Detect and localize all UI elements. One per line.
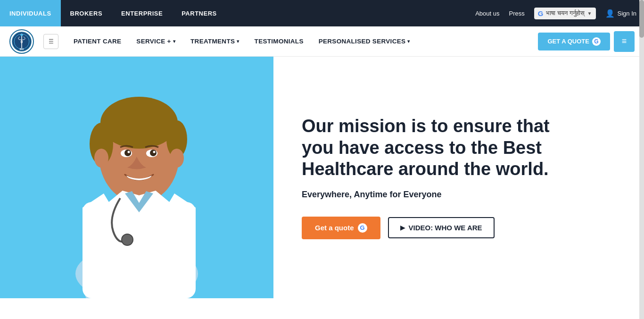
scrollbar[interactable] (639, 0, 644, 298)
hero-get-quote-label: Get a quote (315, 224, 354, 232)
hero-buttons: Get a quote G ▶ VIDEO: WHO WE ARE (302, 217, 616, 239)
svg-point-19 (128, 151, 130, 153)
hero-content: Our mission is to ensure that you have a… (273, 57, 644, 298)
google-g-icon: G (538, 9, 544, 17)
video-play-icon: ▶ (400, 224, 405, 231)
language-text: भाषा चयन गर्नुहोस् (546, 9, 584, 17)
top-nav-right: About us Press G भाषा चयन गर्नुहोस् ▼ 👤 … (475, 0, 644, 26)
svg-point-18 (150, 150, 157, 156)
nav-item-enterprise[interactable]: ENTERPRISE (112, 0, 172, 26)
logo-area[interactable]: IMA (9, 29, 34, 54)
hero-image-area (0, 57, 273, 298)
logo: IMA (9, 29, 34, 54)
svg-point-20 (153, 151, 156, 153)
hero-headline: Our mission is to ensure that you have a… (302, 116, 575, 180)
sign-in-button[interactable]: 👤 Sign In (605, 9, 636, 18)
hamburger-icon: ≡ (622, 36, 627, 46)
nav-item-brokers[interactable]: BROKERS (61, 0, 112, 26)
nav-patient-care[interactable]: PATIENT CARE (66, 26, 129, 57)
hero-google-icon: G (358, 223, 367, 233)
nav-item-partners[interactable]: PARTNERS (172, 0, 226, 26)
svg-point-13 (94, 149, 108, 168)
nav-service[interactable]: SERVICE + ▾ (129, 26, 183, 57)
user-icon: 👤 (605, 9, 615, 18)
language-selector[interactable]: G भाषा चयन गर्नुहोस् ▼ (534, 8, 596, 19)
hero-get-quote-button[interactable]: Get a quote G (302, 217, 380, 239)
svg-point-3 (21, 34, 23, 36)
nav-personalised-services[interactable]: PERSONALISED SERVICES ▾ (311, 26, 418, 57)
nav-testimonials[interactable]: TESTIMONIALS (247, 26, 311, 57)
video-btn-label: VIDEO: WHO WE ARE (409, 224, 482, 232)
nav-right: GET A QUOTE G ≡ (538, 31, 635, 52)
get-quote-google-icon: G (592, 37, 601, 46)
svg-point-22 (122, 234, 133, 245)
get-quote-label: GET A QUOTE (547, 38, 589, 45)
logo-svg: IMA (11, 31, 32, 52)
top-nav: INDIVIDUALS BROKERS ENTERPRISE PARTNERS … (0, 0, 644, 26)
doctor-illustration (0, 57, 273, 298)
svg-text:IMA: IMA (19, 48, 24, 50)
hero-image (0, 57, 273, 298)
dropdown-arrow-icon: ▼ (587, 11, 592, 16)
nav-toggle-icon: ☰ (49, 38, 54, 45)
hero-subtext: Everywhere, Anytime for Everyone (302, 190, 616, 200)
service-chevron-icon: ▾ (173, 39, 175, 44)
nav-icon-button[interactable]: ☰ (43, 34, 58, 49)
hamburger-menu-button[interactable]: ≡ (614, 31, 635, 52)
sign-in-label: Sign In (618, 10, 636, 17)
about-us-link[interactable]: About us (475, 10, 499, 17)
svg-point-17 (124, 150, 131, 156)
nav-item-individuals[interactable]: INDIVIDUALS (0, 0, 61, 26)
nav-menu: PATIENT CARE SERVICE + ▾ TREATMENTS ▾ TE… (66, 26, 538, 57)
top-nav-left: INDIVIDUALS BROKERS ENTERPRISE PARTNERS (0, 0, 226, 26)
nav-treatments[interactable]: TREATMENTS ▾ (183, 26, 247, 57)
personalised-services-chevron-icon: ▾ (407, 39, 410, 44)
treatments-chevron-icon: ▾ (237, 39, 239, 44)
hero-section: Our mission is to ensure that you have a… (0, 57, 644, 298)
get-quote-button[interactable]: GET A QUOTE G (538, 33, 610, 50)
video-who-we-are-button[interactable]: ▶ VIDEO: WHO WE ARE (388, 217, 495, 238)
secondary-nav: IMA ☰ PATIENT CARE SERVICE + ▾ TREATMENT… (0, 26, 644, 57)
scrollbar-thumb[interactable] (639, 0, 644, 38)
svg-point-14 (170, 149, 184, 168)
press-link[interactable]: Press (509, 10, 524, 17)
